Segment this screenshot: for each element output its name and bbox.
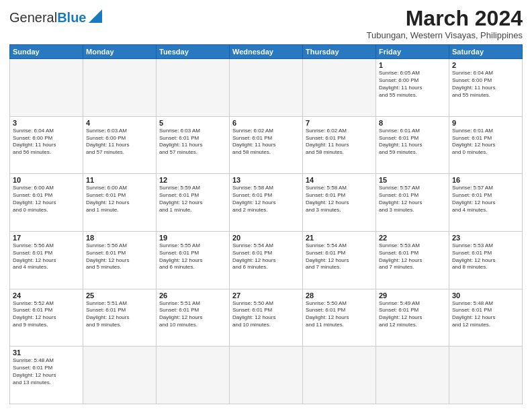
calendar-cell [303,59,376,117]
day-number: 25 [86,291,153,300]
day-info: Sunrise: 6:01 AM Sunset: 6:01 PM Dayligh… [452,128,519,156]
day-number: 20 [232,234,300,242]
location-subtitle: Tubungan, Western Visayas, Philippines [367,30,523,40]
calendar-cell [83,59,157,117]
weekday-header-friday: Friday [376,45,449,59]
calendar-cell [157,59,230,117]
day-info: Sunrise: 5:57 AM Sunset: 6:01 PM Dayligh… [379,185,446,214]
day-info: Sunrise: 5:50 AM Sunset: 6:01 PM Dayligh… [232,300,300,329]
day-number: 21 [306,234,373,242]
day-number: 22 [379,234,446,242]
calendar-cell: 12Sunrise: 5:59 AM Sunset: 6:01 PM Dayli… [157,174,230,232]
weekday-header-sunday: Sunday [10,45,83,59]
day-number: 19 [159,234,226,242]
calendar-week-row: 10Sunrise: 6:00 AM Sunset: 6:01 PM Dayli… [10,174,523,232]
day-number: 12 [159,176,226,184]
calendar-cell: 27Sunrise: 5:50 AM Sunset: 6:01 PM Dayli… [230,289,303,347]
title-block: March 2024 Tubungan, Western Visayas, Ph… [367,7,523,40]
logo-triangle-icon [89,9,102,26]
calendar-cell: 15Sunrise: 5:57 AM Sunset: 6:01 PM Dayli… [376,174,449,232]
weekday-header-monday: Monday [83,45,157,59]
day-number: 23 [452,234,519,242]
calendar-cell: 3Sunrise: 6:04 AM Sunset: 6:00 PM Daylig… [10,116,83,174]
calendar-cell: 20Sunrise: 5:54 AM Sunset: 6:01 PM Dayli… [230,232,303,289]
day-info: Sunrise: 5:51 AM Sunset: 6:01 PM Dayligh… [86,300,153,329]
day-info: Sunrise: 6:02 AM Sunset: 6:01 PM Dayligh… [232,128,300,156]
day-info: Sunrise: 5:59 AM Sunset: 6:01 PM Dayligh… [159,185,226,214]
calendar-cell: 13Sunrise: 5:58 AM Sunset: 6:01 PM Dayli… [230,174,303,232]
month-year-title: March 2024 [367,7,523,30]
day-number: 26 [159,291,226,300]
calendar-cell: 16Sunrise: 5:57 AM Sunset: 6:01 PM Dayli… [449,174,523,232]
calendar-cell: 7Sunrise: 6:02 AM Sunset: 6:01 PM Daylig… [303,116,376,174]
day-number: 18 [86,234,153,242]
day-number: 13 [232,176,300,184]
day-info: Sunrise: 5:48 AM Sunset: 6:01 PM Dayligh… [13,357,80,386]
day-number: 8 [379,119,446,127]
day-number: 27 [232,291,300,300]
calendar-cell: 2Sunrise: 6:04 AM Sunset: 6:00 PM Daylig… [449,59,523,117]
calendar-cell: 1Sunrise: 6:05 AM Sunset: 6:00 PM Daylig… [376,59,449,117]
day-info: Sunrise: 5:50 AM Sunset: 6:01 PM Dayligh… [306,300,373,329]
weekday-header-saturday: Saturday [449,45,523,59]
day-info: Sunrise: 6:05 AM Sunset: 6:00 PM Dayligh… [379,70,446,99]
calendar-cell [230,347,303,404]
calendar-cell: 22Sunrise: 5:53 AM Sunset: 6:01 PM Dayli… [376,232,449,289]
calendar-cell: 21Sunrise: 5:54 AM Sunset: 6:01 PM Dayli… [303,232,376,289]
calendar-table: SundayMondayTuesdayWednesdayThursdayFrid… [9,44,523,404]
day-info: Sunrise: 5:58 AM Sunset: 6:01 PM Dayligh… [306,185,373,214]
calendar-cell [230,59,303,117]
day-number: 7 [306,119,373,127]
weekday-header-row: SundayMondayTuesdayWednesdayThursdayFrid… [10,45,523,59]
day-info: Sunrise: 5:58 AM Sunset: 6:01 PM Dayligh… [232,185,300,214]
calendar-week-row: 3Sunrise: 6:04 AM Sunset: 6:00 PM Daylig… [10,116,523,174]
day-number: 2 [452,61,519,69]
day-number: 1 [379,61,446,69]
day-info: Sunrise: 5:53 AM Sunset: 6:01 PM Dayligh… [452,242,519,271]
day-number: 29 [379,291,446,300]
calendar-cell: 14Sunrise: 5:58 AM Sunset: 6:01 PM Dayli… [303,174,376,232]
calendar-week-row: 17Sunrise: 5:56 AM Sunset: 6:01 PM Dayli… [10,232,523,289]
day-info: Sunrise: 5:52 AM Sunset: 6:01 PM Dayligh… [13,300,80,329]
day-info: Sunrise: 5:51 AM Sunset: 6:01 PM Dayligh… [159,300,226,329]
calendar-cell: 17Sunrise: 5:56 AM Sunset: 6:01 PM Dayli… [10,232,83,289]
day-number: 24 [13,291,80,300]
svg-marker-0 [89,9,102,23]
day-number: 11 [86,176,153,184]
day-number: 6 [232,119,300,127]
calendar-cell: 29Sunrise: 5:49 AM Sunset: 6:01 PM Dayli… [376,289,449,347]
calendar-cell: 28Sunrise: 5:50 AM Sunset: 6:01 PM Dayli… [303,289,376,347]
weekday-header-tuesday: Tuesday [157,45,230,59]
calendar-cell: 10Sunrise: 6:00 AM Sunset: 6:01 PM Dayli… [10,174,83,232]
day-info: Sunrise: 5:57 AM Sunset: 6:01 PM Dayligh… [452,185,519,214]
calendar-cell [157,347,230,404]
day-info: Sunrise: 6:03 AM Sunset: 6:00 PM Dayligh… [86,128,153,156]
calendar-cell: 23Sunrise: 5:53 AM Sunset: 6:01 PM Dayli… [449,232,523,289]
calendar-cell: 31Sunrise: 5:48 AM Sunset: 6:01 PM Dayli… [10,347,83,404]
day-info: Sunrise: 6:00 AM Sunset: 6:01 PM Dayligh… [86,185,153,214]
day-info: Sunrise: 5:55 AM Sunset: 6:01 PM Dayligh… [159,242,226,271]
day-info: Sunrise: 5:48 AM Sunset: 6:01 PM Dayligh… [452,300,519,329]
day-info: Sunrise: 5:54 AM Sunset: 6:01 PM Dayligh… [232,242,300,271]
day-number: 10 [13,176,80,184]
day-number: 28 [306,291,373,300]
day-info: Sunrise: 6:02 AM Sunset: 6:01 PM Dayligh… [306,128,373,156]
calendar-cell: 9Sunrise: 6:01 AM Sunset: 6:01 PM Daylig… [449,116,523,174]
calendar-cell [10,59,83,117]
day-info: Sunrise: 5:49 AM Sunset: 6:01 PM Dayligh… [379,300,446,329]
weekday-header-wednesday: Wednesday [230,45,303,59]
day-number: 5 [159,119,226,127]
logo: GeneralBlue [9,9,102,26]
day-info: Sunrise: 6:04 AM Sunset: 6:00 PM Dayligh… [452,70,519,99]
calendar-week-row: 31Sunrise: 5:48 AM Sunset: 6:01 PM Dayli… [10,347,523,404]
day-number: 17 [13,234,80,242]
day-info: Sunrise: 5:56 AM Sunset: 6:01 PM Dayligh… [13,242,80,271]
day-info: Sunrise: 5:53 AM Sunset: 6:01 PM Dayligh… [379,242,446,271]
day-number: 30 [452,291,519,300]
day-number: 31 [13,349,80,357]
day-number: 16 [452,176,519,184]
calendar-cell [303,347,376,404]
header: GeneralBlue March 2024 Tubungan, Western… [9,7,523,40]
calendar-cell [449,347,523,404]
calendar-cell: 4Sunrise: 6:03 AM Sunset: 6:00 PM Daylig… [83,116,157,174]
